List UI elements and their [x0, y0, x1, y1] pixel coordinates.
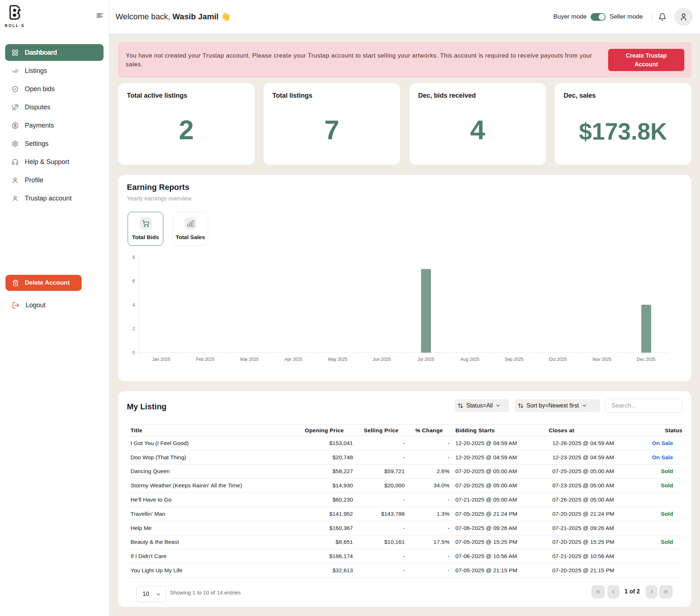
svg-text:Dec 2025: Dec 2025 — [637, 357, 656, 362]
svg-text:Jul 2025: Jul 2025 — [417, 357, 434, 362]
svg-text:2: 2 — [132, 326, 135, 331]
svg-text:Apr 2025: Apr 2025 — [285, 357, 303, 362]
svg-text:0: 0 — [132, 350, 135, 355]
svg-text:Feb 2025: Feb 2025 — [196, 357, 215, 362]
svg-text:Jan 2025: Jan 2025 — [152, 357, 170, 362]
svg-text:4: 4 — [132, 303, 135, 308]
svg-text:Nov 2025: Nov 2025 — [592, 357, 611, 362]
svg-text:Aug 2025: Aug 2025 — [460, 357, 479, 362]
svg-text:Mar 2025: Mar 2025 — [240, 357, 259, 362]
svg-text:8: 8 — [132, 255, 135, 260]
svg-text:Sep 2025: Sep 2025 — [505, 357, 524, 362]
svg-text:6: 6 — [132, 278, 135, 284]
svg-text:Oct 2025: Oct 2025 — [549, 357, 567, 362]
svg-text:May 2025: May 2025 — [328, 357, 347, 362]
svg-text:Jun 2025: Jun 2025 — [373, 357, 391, 362]
